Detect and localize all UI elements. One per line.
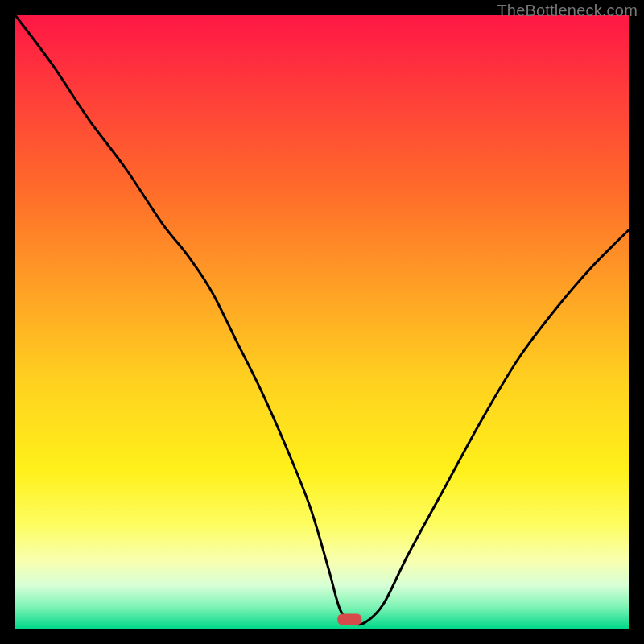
chart-svg bbox=[15, 15, 629, 629]
optimal-marker bbox=[337, 614, 361, 625]
plot-area bbox=[15, 15, 629, 629]
gradient-background bbox=[15, 15, 629, 629]
watermark-label: TheBottleneck.com bbox=[497, 2, 638, 20]
chart-frame: TheBottleneck.com bbox=[0, 0, 644, 644]
